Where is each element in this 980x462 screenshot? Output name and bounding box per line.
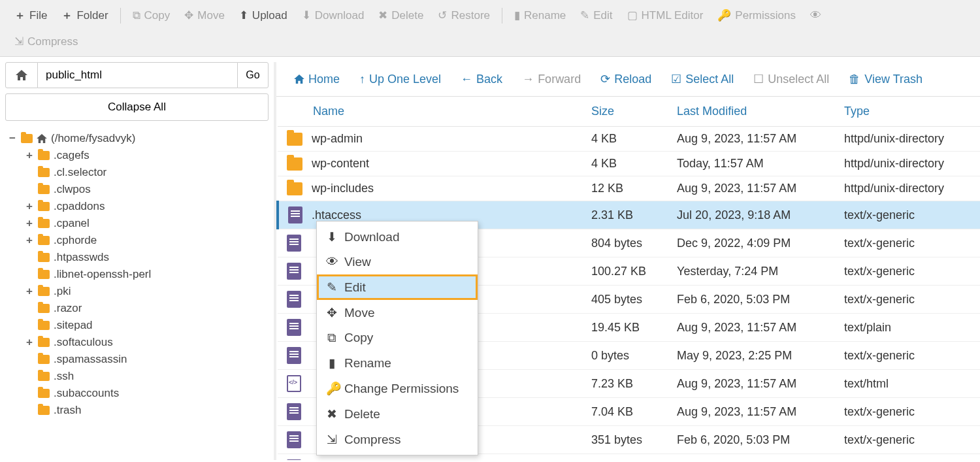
file-type: text/html [838,370,980,398]
file-type: text/x-generic [838,286,980,314]
file-size: 2.31 KB [585,201,670,229]
copy-button: ⧉Copy [126,7,177,25]
new-folder-button[interactable]: ＋Folder [55,5,114,25]
tree-item[interactable]: .subaccounts [5,385,269,402]
tree-item-label: .softaculous [54,336,113,349]
nav-back-button[interactable]: ←Back [452,68,511,91]
key-icon: 🔑 [717,8,731,22]
expand-icon[interactable]: + [25,336,34,349]
ctx-copy[interactable]: ⧉Copy [317,325,478,350]
nav-reload-button[interactable]: ⟳Reload [592,67,660,91]
move-icon: ✥ [326,305,338,320]
nav-select-all-button[interactable]: ☑Select All [662,67,742,91]
file-type: httpd/unix-directory [838,127,980,152]
column-size[interactable]: Size [585,97,670,127]
tree-item-label: .pki [54,285,71,298]
tree-root-label: (/home/fysadvyk) [51,132,135,145]
nav-unselect-all-button: ☐Unselect All [745,67,838,91]
folder-icon [38,389,50,398]
expand-icon[interactable]: + [25,200,34,213]
file-icon [287,291,301,308]
expand-icon[interactable]: + [25,149,34,162]
home-icon [37,134,47,143]
rename-button: ▮Rename [508,6,572,25]
file-icon [287,431,301,448]
home-button[interactable] [5,62,38,88]
column-type[interactable]: Type [838,97,980,127]
tree-item[interactable]: .trash [5,402,269,419]
collapse-icon[interactable]: − [8,132,17,145]
restore-button: ↺Restore [431,6,497,25]
html-editor-button: ▢HTML Editor [621,6,710,25]
file-icon [287,403,301,420]
tree-item[interactable]: +.cphorde [5,232,269,249]
file-type: text/x-generic [838,257,980,286]
folder-icon [38,219,50,228]
expand-icon[interactable]: + [25,217,34,230]
expand-icon[interactable]: + [25,234,34,247]
nav-view-trash-button[interactable]: 🗑View Trash [840,68,931,91]
ctx-compress[interactable]: ⇲Compress [317,427,478,452]
expand-icon[interactable]: + [25,285,34,298]
html-file-icon [287,375,301,392]
tree-item[interactable]: +.cagefs [5,147,269,164]
tree-root[interactable]: − (/home/fysadvyk) [5,130,269,147]
collapse-all-button[interactable]: Collapse All [5,93,269,121]
tree-item[interactable]: .razor [5,300,269,317]
ctx-download[interactable]: ⬇Download [317,224,478,250]
separator [120,8,121,24]
tree-item-label: .cphorde [54,234,97,247]
ctx-delete[interactable]: ✖Delete [317,401,478,427]
nav-bar: Home ↑Up One Level ←Back →Forward ⟳Reloa… [276,62,980,97]
table-row[interactable]: wp-admin 4 KB Aug 9, 2023, 11:57 AM http… [278,127,980,152]
nav-home-button[interactable]: Home [286,68,348,91]
tree-item[interactable]: +.pki [5,283,269,300]
ctx-permissions[interactable]: 🔑Change Permissions [317,376,478,401]
tree-item[interactable]: +.cpanel [5,215,269,232]
tree-item[interactable]: .spamassassin [5,351,269,368]
tree-item-label: .sitepad [54,319,93,332]
tree-item[interactable]: .clwpos [5,181,269,198]
separator [502,8,502,24]
ctx-view[interactable]: 👁View [317,250,478,274]
tree-item-label: .clwpos [54,183,91,196]
go-button[interactable]: Go [237,62,269,88]
tree-item[interactable]: .sitepad [5,317,269,334]
file-icon [287,319,301,336]
tree-item-label: .cpanel [54,217,90,230]
delete-button: ✖Delete [372,6,430,25]
view-button: 👁 [804,7,828,25]
file-modified: Feb 6, 2020, 5:03 PM [670,286,838,314]
upload-button[interactable]: ⬆Upload [233,6,294,25]
table-row[interactable]: wp-content 4 KB Today, 11:57 AM httpd/un… [278,152,980,176]
tree-item-label: .libnet-openssh-perl [54,268,151,281]
tree-item[interactable]: .libnet-openssh-perl [5,266,269,283]
delete-icon: ✖ [378,8,387,22]
table-row[interactable]: wp-includes 12 KB Aug 9, 2023, 11:57 AM … [278,176,980,201]
file-modified: Jul 20, 2023, 9:18 AM [670,201,838,229]
folder-icon [38,236,50,245]
path-input[interactable] [38,62,237,88]
column-modified[interactable]: Last Modified [670,97,838,127]
tree-item[interactable]: .ssh [5,368,269,385]
tree-item[interactable]: .htpasswds [5,249,269,266]
file-type: text/x-generic [838,201,980,229]
tree-item[interactable]: +.softaculous [5,334,269,351]
file-modified: Aug 9, 2023, 11:57 AM [670,176,838,201]
file-type: text/x-generic [838,454,980,461]
new-file-button[interactable]: ＋File [8,5,54,25]
file-size: 100.27 KB [585,257,670,286]
nav-up-button[interactable]: ↑Up One Level [351,68,449,91]
tree-item[interactable]: +.cpaddons [5,198,269,215]
ctx-move[interactable]: ✥Move [317,300,478,325]
ctx-edit[interactable]: ✎Edit [317,274,478,300]
file-type: text/x-generic [838,398,980,426]
tree-item[interactable]: .cl.selector [5,164,269,181]
column-name[interactable]: Name [278,97,585,127]
trash-icon: 🗑 [849,73,860,86]
file-modified: Aug 9, 2023, 11:57 AM [670,314,838,342]
file-size: 405 bytes [585,286,670,314]
file-modified: Aug 9, 2023, 11:57 AM [670,398,838,426]
ctx-rename[interactable]: ▮Rename [317,350,478,376]
uncheck-icon: ☐ [753,72,764,86]
